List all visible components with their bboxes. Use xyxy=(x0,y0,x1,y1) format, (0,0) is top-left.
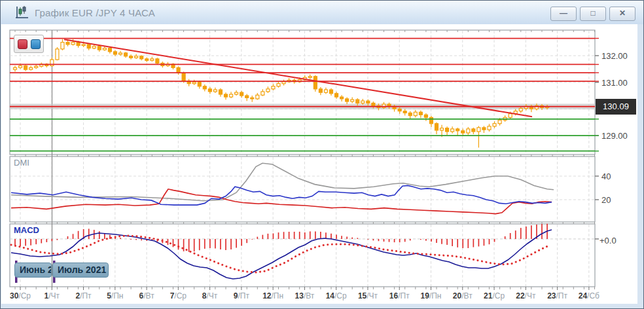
time-axis-label: 23/Пт xyxy=(547,291,567,300)
time-axis-label: 16/Пт xyxy=(389,291,410,300)
candle xyxy=(351,100,354,101)
time-axis-label: 22/Чт xyxy=(516,291,535,300)
candle xyxy=(282,82,285,84)
dmi-pane[interactable] xyxy=(10,156,595,222)
current-price-badge: 130.09 xyxy=(596,99,636,115)
candle xyxy=(324,90,327,92)
candle xyxy=(419,112,422,115)
candle xyxy=(266,89,270,92)
time-axis-label: 8/Чт xyxy=(202,291,218,300)
candle xyxy=(213,90,217,92)
candle xyxy=(19,65,22,67)
candle xyxy=(493,124,496,126)
buy-color-button[interactable] xyxy=(31,39,41,49)
time-axis-label: 24/Сб xyxy=(579,291,599,300)
candle xyxy=(403,111,406,113)
time-axis-label: 12/Пн xyxy=(262,291,283,300)
candle xyxy=(488,126,491,130)
candle xyxy=(313,77,317,89)
candle xyxy=(103,48,106,50)
candle xyxy=(82,45,85,46)
candle xyxy=(140,56,143,59)
candle xyxy=(224,94,228,97)
candle xyxy=(256,95,259,99)
candle xyxy=(198,82,201,86)
candle xyxy=(408,113,412,116)
macd-pane-label: MACD xyxy=(14,225,39,235)
candle xyxy=(509,114,512,118)
time-axis-label: 21/Ср xyxy=(484,291,505,300)
candle xyxy=(56,49,59,60)
candle xyxy=(356,100,359,103)
candle xyxy=(77,43,80,46)
candle xyxy=(35,66,38,67)
candle xyxy=(230,94,233,97)
candle xyxy=(14,67,17,69)
candle xyxy=(92,46,96,48)
candle xyxy=(240,92,243,96)
candle xyxy=(335,94,338,97)
candle xyxy=(145,59,149,60)
candle xyxy=(467,129,470,133)
candle xyxy=(361,101,365,103)
dmi-pane-label: DMI xyxy=(14,158,29,168)
candle xyxy=(29,67,33,69)
candle xyxy=(261,92,264,95)
candle xyxy=(319,89,322,92)
candle xyxy=(182,73,185,81)
candle xyxy=(330,90,333,94)
candle xyxy=(398,109,401,111)
candle xyxy=(151,59,154,60)
candle xyxy=(440,128,444,130)
time-axis-label: 6/Вт xyxy=(139,291,154,300)
time-axis-label: 9/Пт xyxy=(234,291,249,300)
candle xyxy=(113,52,116,54)
candle xyxy=(519,109,522,111)
candle xyxy=(456,129,459,131)
candle xyxy=(24,65,27,69)
candle xyxy=(61,43,64,49)
macd-zero-label: +0.0 xyxy=(599,236,617,245)
candle xyxy=(98,46,101,50)
sell-color-button[interactable] xyxy=(18,39,27,49)
time-axis-label: 5/Пн xyxy=(107,291,123,300)
time-axis-label: 2/Пт xyxy=(75,291,91,300)
candle xyxy=(367,101,370,103)
time-axis-label: 7/Ср xyxy=(170,291,187,300)
candle xyxy=(156,59,159,64)
candle xyxy=(277,84,280,86)
price-scale-label: 132.00 xyxy=(601,51,628,61)
chart-window: График EUR /JPY 4 ЧАСА — □ ✕ DMI MACD 13… xyxy=(0,0,644,309)
month-label: Июль 2021 xyxy=(52,263,109,278)
candle xyxy=(108,48,111,52)
candle xyxy=(482,128,486,130)
candle xyxy=(424,115,427,117)
candle xyxy=(135,56,138,58)
price-scale-label: 129.00 xyxy=(601,131,628,141)
color-toolbar xyxy=(14,35,44,53)
time-axis-label: 19/Пн xyxy=(421,291,442,300)
candle xyxy=(251,98,254,99)
time-axis-label: 30/Ср xyxy=(10,291,31,300)
dmi-scale-label: 40 xyxy=(601,172,611,181)
candle xyxy=(435,124,438,130)
candle xyxy=(308,77,312,78)
candle xyxy=(71,43,75,45)
candle xyxy=(477,128,480,132)
candle xyxy=(461,131,465,133)
candle xyxy=(372,103,375,105)
candle xyxy=(235,92,238,94)
candle xyxy=(66,43,69,45)
candle xyxy=(429,117,433,123)
candle xyxy=(451,129,454,132)
candle xyxy=(192,82,196,84)
price-scale-label: 131.00 xyxy=(601,77,628,87)
month-label: Июнь 2021 xyxy=(14,263,52,278)
candle xyxy=(208,89,211,92)
candle xyxy=(203,86,206,89)
candle xyxy=(124,53,128,56)
candle xyxy=(498,120,501,123)
time-axis-label: 14/Ср xyxy=(326,291,347,300)
candle xyxy=(219,90,222,94)
candle xyxy=(119,53,122,54)
